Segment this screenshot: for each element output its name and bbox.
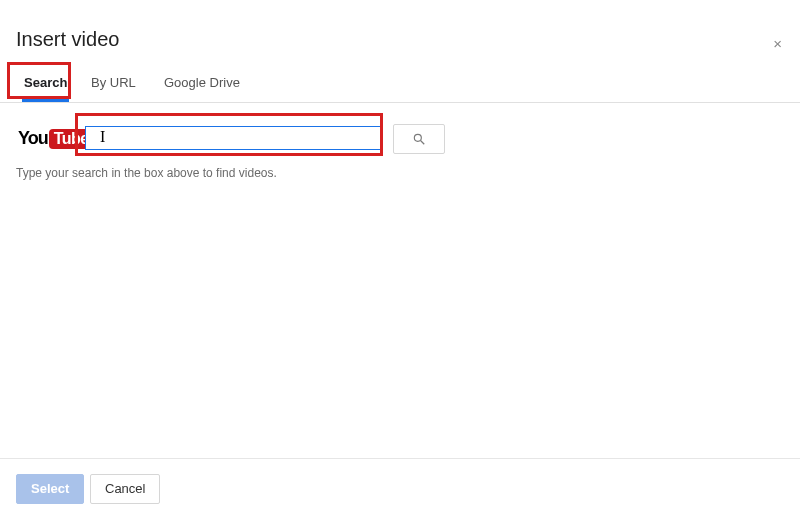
close-icon[interactable]: × [769,32,786,55]
footer-separator [0,458,800,459]
svg-point-0 [414,134,421,141]
search-instruction-text: Type your search in the box above to fin… [16,166,277,180]
cancel-button[interactable]: Cancel [90,474,160,504]
svg-line-1 [421,141,425,145]
search-button[interactable] [393,124,445,154]
dialog-title: Insert video [16,28,119,51]
search-input[interactable] [85,126,381,150]
youtube-logo: You Tube [18,128,94,149]
tab-google-drive[interactable]: Google Drive [164,68,240,98]
tab-bar: Search By URL Google Drive [0,68,800,103]
tab-search[interactable]: Search [24,68,67,98]
select-button[interactable]: Select [16,474,84,504]
logo-you: You [18,128,48,149]
tab-by-url[interactable]: By URL [91,68,136,98]
search-icon [412,132,426,146]
